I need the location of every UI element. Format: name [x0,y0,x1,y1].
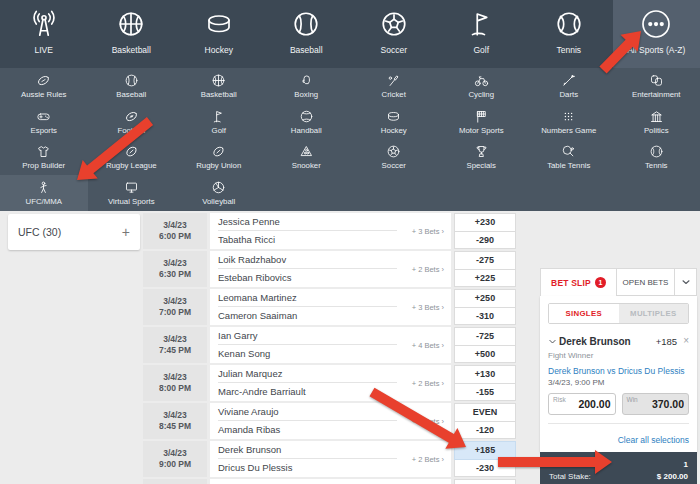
odds-button-fighter-1[interactable]: +185 [454,441,516,460]
nav-item-hockey[interactable]: Hockey [175,0,263,68]
menu-item-soccer[interactable]: Soccer [350,140,438,176]
menu-item-tennis[interactable]: Tennis [613,140,700,176]
menu-item-baseball[interactable]: Baseball [88,68,176,104]
menu-item-specials[interactable]: Specials [438,140,526,176]
fixture-date: 3/4/239:00 PM [143,441,207,477]
bet-slip-summary: Total Bets:1Total Stake:$ 200.00Possible… [540,452,697,484]
odds-button-fighter-1[interactable]: EVEN [454,403,516,422]
selection-collapse-button[interactable] [548,332,559,350]
nav-item-baseball[interactable]: Baseball [263,0,351,68]
tab-bet-slip[interactable]: BET SLIP 1 [540,268,617,296]
more-bets-link[interactable]: + 2 Bets › [410,455,446,464]
menu-item-handball[interactable]: Handball [263,104,351,140]
odds-button-fighter-2[interactable]: -155 [454,384,516,402]
fixture-date: 3/4/238:00 PM [143,365,207,401]
clear-all-selections-link[interactable]: Clear all selections [618,435,689,445]
chevron-down-icon [680,276,692,288]
menu-item-label: Football [117,126,145,135]
nav-item-live[interactable]: LIVE [0,0,88,68]
odds-button-fighter-2[interactable]: -290 [454,232,516,250]
nav-item-golf[interactable]: Golf [438,0,526,68]
menu-item-basketball[interactable]: Basketball [175,68,263,104]
odds-button-fighter-1[interactable]: -275 [454,251,516,270]
singles-tab[interactable]: SINGLES [549,304,619,323]
menu-item-darts[interactable]: Darts [525,68,613,104]
odds-button-fighter-1[interactable]: -725 [454,327,516,346]
menu-item-snooker[interactable]: Snooker [263,140,351,176]
collapse-slip-button[interactable] [675,268,697,296]
risk-input[interactable] [559,394,611,414]
menu-item-table-tennis[interactable]: Table Tennis [525,140,613,176]
menu-item-ufc-mma[interactable]: UFC/MMA [0,175,88,211]
chevron-down-icon [548,337,557,346]
menu-item-label: Golf [212,126,226,135]
menu-item-rugby-league[interactable]: Rugby League [88,140,176,176]
more-bets-link[interactable]: + 2 Bets › [410,379,446,388]
menu-item-politics[interactable]: Politics [613,104,700,140]
menu-item-numbers-game[interactable]: Numbers Game [525,104,613,140]
odds-button-fighter-2[interactable]: -310 [454,308,516,326]
clear-row: Clear all selections [548,423,689,447]
menu-item-boxing[interactable]: Boxing [263,68,351,104]
fixture-date: 3/4/237:45 PM [143,327,207,363]
menu-item-prop-builder[interactable]: Prop Builder [0,140,88,176]
remove-selection-icon[interactable]: × [683,336,689,346]
fixture-odds [454,479,516,484]
multiples-tab[interactable]: MULTIPLES [619,304,689,323]
league-panel-ufc[interactable]: UFC (30) + [8,214,140,250]
menu-item-entertainment[interactable]: Entertainment [613,68,700,104]
odds-button-fighter-2[interactable]: +225 [454,270,516,288]
nav-item-all-sports-a-z-[interactable]: All Sports (A-Z) [613,0,700,68]
more-bets-link[interactable]: + 4 Bets › [410,341,446,350]
motor-sports-icon [474,109,489,124]
menu-item-hockey[interactable]: Hockey [350,104,438,140]
divider [218,268,397,269]
fixture-fighters: Derek BrunsonDricus Du Plessis+ 2 Bets › [210,441,451,477]
nav-item-basketball[interactable]: Basketball [88,0,176,68]
odds-button-fighter-1[interactable]: +130 [454,365,516,384]
odds-button-fighter-1[interactable] [454,479,516,484]
more-bets-link[interactable]: + 3 Bets › [410,227,446,236]
more-bets-link[interactable]: + 2 Bets › [410,265,446,274]
nav-item-label: Hockey [205,45,233,55]
menu-item-rugby-union[interactable]: Rugby Union [175,140,263,176]
divider [218,458,397,459]
tab-open-bets[interactable]: OPEN BETS [617,268,675,296]
odds-button-fighter-2[interactable]: +500 [454,346,516,364]
menu-item-motor-sports[interactable]: Motor Sports [438,104,526,140]
menu-item-cycling[interactable]: Cycling [438,68,526,104]
entertainment-icon [649,73,664,88]
live-icon [29,9,59,39]
nav-item-soccer[interactable]: Soccer [350,0,438,68]
win-input[interactable] [632,394,684,414]
more-bets-link[interactable]: + 3 Bets › [410,303,446,312]
menu-item-golf[interactable]: Golf [175,104,263,140]
fixture-row [143,479,516,484]
menu-item-label: UFC/MMA [26,197,62,206]
odds-button-fighter-2[interactable]: -120 [454,422,516,440]
menu-item-football[interactable]: Football [88,104,176,140]
nav-item-label: Basketball [112,45,151,55]
soccer-icon [386,144,401,159]
odds-button-fighter-1[interactable]: +250 [454,289,516,308]
menu-item-esports[interactable]: Esports [0,104,88,140]
expand-plus-icon[interactable]: + [122,225,130,239]
rugby-union-icon [211,144,226,159]
nav-item-label: Baseball [290,45,323,55]
menu-item-label: Table Tennis [547,161,590,170]
menu-item-cricket[interactable]: Cricket [350,68,438,104]
menu-item-aussie-rules[interactable]: Aussie Rules [0,68,88,104]
more-bets-link[interactable]: + 3 Bets › [410,417,446,426]
politics-icon [649,109,664,124]
odds-button-fighter-1[interactable]: +230 [454,213,516,232]
odds-button-fighter-2[interactable]: -230 [454,460,516,478]
menu-item-label: Basketball [201,90,237,99]
menu-item-virtual-sports[interactable]: Virtual Sports [88,175,176,211]
summary-row: Total Bets:1 [549,459,688,471]
menu-item-label: Snooker [292,161,321,170]
selection-event-link[interactable]: Derek Brunson vs Dricus Du Plessis [548,366,689,376]
nav-item-label: Golf [473,45,489,55]
nav-item-tennis[interactable]: Tennis [525,0,613,68]
fixture-row: 3/4/237:00 PMLeomana MartinezCameron Saa… [143,289,516,325]
menu-item-volleyball[interactable]: Volleyball [175,175,263,211]
